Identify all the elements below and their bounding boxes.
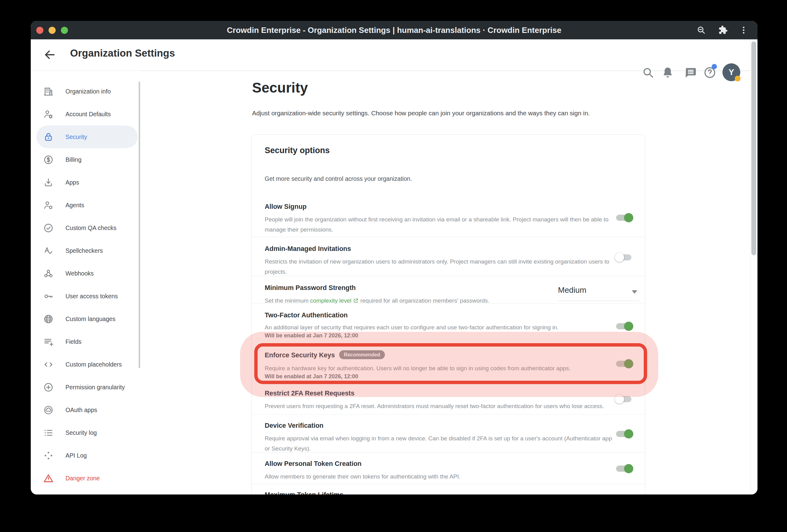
sidebar-item-organization-info[interactable]: Organization info (36, 80, 138, 103)
setting-title: Allow Signup (265, 203, 632, 211)
settings-sidebar: Organization info Account Defaults (31, 71, 142, 494)
globe-icon (43, 314, 54, 324)
sidebar-item-custom-languages[interactable]: Custom languages (36, 307, 138, 330)
sidebar-item-permission-granularity[interactable]: Permission granularity (36, 376, 138, 399)
back-arrow-button[interactable] (43, 48, 57, 62)
toggle-knob (624, 359, 633, 368)
sidebar-item-custom-placeholders[interactable]: Custom placeholders (36, 353, 138, 376)
warning-triangle-icon (43, 473, 54, 484)
setting-description: Prevent users from requesting a 2FA rese… (265, 401, 617, 411)
spellcheck-icon (43, 246, 54, 256)
section-subtitle: Adjust organization-wide security settin… (252, 109, 590, 117)
sidebar-item-label: Spellcheckers (65, 247, 103, 254)
browser-menu-kebab-icon[interactable] (739, 25, 748, 35)
toggle-knob (624, 213, 633, 222)
sidebar-item-label: Apps (65, 179, 79, 186)
sidebar-item-label: Agents (65, 202, 84, 209)
sidebar-scrollbar[interactable] (139, 82, 140, 368)
sidebar-item-label: Custom placeholders (65, 361, 122, 368)
setting-schedule-note: Will be enabled at Jan 7 2026, 12:00 (265, 333, 632, 339)
notifications-bell-icon[interactable] (661, 66, 675, 79)
setting-schedule-note: Will be enabled at Jan 7 2026, 12:00 (265, 373, 632, 380)
toggle-knob (624, 464, 633, 473)
description-text: required for all organization members' p… (359, 297, 489, 304)
sidebar-item-label: API Log (65, 452, 87, 459)
list-icon (43, 427, 54, 438)
sidebar-item-label: Custom languages (65, 316, 115, 323)
card-subtitle: Get more security and control across you… (265, 175, 412, 182)
toggle-knob (615, 253, 624, 262)
sidebar-item-billing[interactable]: Billing (36, 148, 138, 171)
setting-title: Two-Factor Authentication (265, 312, 632, 319)
allow-signup-toggle[interactable] (616, 215, 632, 221)
browser-window: Crowdin Enterprise - Organization Settin… (31, 21, 758, 494)
sidebar-item-spellcheckers[interactable]: Spellcheckers (36, 239, 138, 262)
sidebar-item-label: User access tokens (65, 293, 118, 300)
sidebar-item-webhooks[interactable]: Webhooks (36, 262, 138, 285)
sidebar-item-security[interactable]: Security (36, 126, 138, 148)
extensions-puzzle-icon[interactable] (718, 25, 728, 35)
page-title: Organization Settings (70, 47, 175, 59)
key-icon (43, 291, 54, 302)
setting-row-maximum-token-lifetime: Maximum Token Lifetime (252, 484, 645, 494)
dollar-circle-icon (43, 154, 54, 165)
sidebar-item-label: Custom QA checks (65, 225, 116, 232)
sidebar-item-security-log[interactable]: Security log (36, 421, 138, 444)
setting-row-two-factor-authentication: Two-Factor Authentication An additional … (252, 303, 645, 343)
setting-title: Enforce Security KeysRecommended (265, 351, 632, 360)
restrict-2fa-reset-requests-toggle[interactable] (616, 396, 632, 402)
allow-personal-token-creation-toggle[interactable] (616, 466, 632, 472)
toggle-knob (615, 395, 624, 404)
external-link-icon (353, 298, 359, 303)
sidebar-item-oauth-apps[interactable]: OAuth apps (36, 399, 138, 421)
sidebar-item-user-access-tokens[interactable]: User access tokens (36, 285, 138, 307)
recommended-badge: Recommended (339, 350, 385, 359)
sidebar-item-label: Billing (65, 156, 82, 163)
sidebar-item-danger-zone[interactable]: Danger zone (36, 467, 138, 490)
avatar-status-dot (735, 76, 741, 82)
webhook-icon (43, 268, 54, 279)
two-factor-authentication-toggle[interactable] (616, 323, 632, 329)
browser-tab-title: Crowdin Enterprise - Organization Settin… (31, 21, 758, 39)
admin-managed-invitations-toggle[interactable] (616, 254, 632, 260)
sidebar-item-apps[interactable]: Apps (36, 171, 138, 194)
sidebar-item-label: Security log (65, 429, 97, 437)
setting-row-restrict-2fa-reset-requests: Restrict 2FA Reset Requests Prevent user… (252, 384, 645, 414)
search-icon[interactable] (641, 66, 655, 79)
toggle-knob (624, 322, 633, 331)
sidebar-item-label: Fields (65, 338, 82, 345)
complexity-level-link[interactable]: complexity level (310, 297, 359, 304)
setting-row-minimum-password-strength: Minimum Password Strength Set the minimu… (252, 276, 645, 303)
setting-description: Restricts the invitation of new organiza… (265, 256, 617, 277)
setting-title: Maximum Token Lifetime (265, 491, 632, 494)
sidebar-item-api-log[interactable]: API Log (36, 444, 138, 467)
page-scrollbar-track[interactable] (750, 39, 758, 494)
sidebar-item-label: OAuth apps (65, 406, 97, 413)
browser-titlebar: Crowdin Enterprise - Organization Settin… (31, 21, 758, 39)
lock-icon (43, 132, 54, 142)
setting-description: An additional layer of security that req… (265, 322, 617, 333)
page-scrollbar-thumb[interactable] (751, 42, 756, 255)
setting-row-device-verification: Device Verification Require approval via… (252, 414, 645, 452)
setting-title: Device Verification (265, 422, 632, 430)
sidebar-item-label: Account Defaults (65, 111, 111, 118)
plus-circle-icon (43, 382, 54, 393)
cloud-circle-icon (43, 405, 54, 416)
password-strength-select[interactable]: Medium (557, 283, 639, 301)
sidebar-item-custom-qa-checks[interactable]: Custom QA checks (36, 216, 138, 239)
sidebar-item-account-defaults[interactable]: Account Defaults (36, 103, 138, 126)
sidebar-item-label: Organization info (65, 88, 111, 95)
code-icon (43, 359, 54, 370)
setting-row-allow-personal-token-creation: Allow Personal Token Creation Allow memb… (252, 452, 645, 484)
sidebar-item-agents[interactable]: Agents (36, 194, 138, 216)
sidebar-item-fields[interactable]: Fields (36, 330, 138, 353)
setting-description: Allow members to generate their own toke… (265, 471, 617, 482)
device-verification-toggle[interactable] (616, 431, 632, 437)
enforce-security-keys-toggle[interactable] (616, 361, 632, 367)
chat-messages-icon[interactable] (684, 66, 697, 79)
setting-title: Restrict 2FA Reset Requests (265, 390, 632, 397)
app-header: Organization Settings (31, 39, 758, 71)
zoom-out-indicator-icon[interactable] (696, 25, 706, 35)
setting-row-allow-signup: Allow Signup People will join the organi… (252, 195, 645, 237)
toggle-knob (624, 429, 633, 439)
